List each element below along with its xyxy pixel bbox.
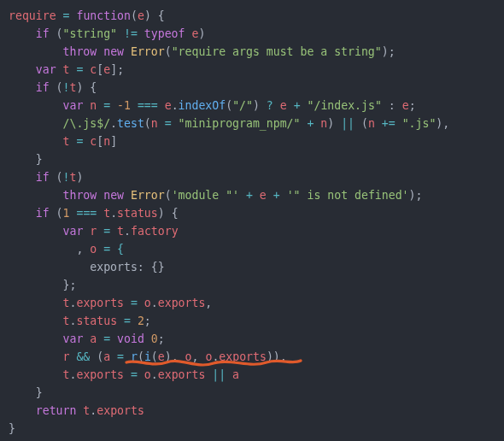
op-assign: = xyxy=(63,9,70,22)
kw-return: return xyxy=(36,404,77,417)
method-test: test xyxy=(117,117,144,130)
code-line: if (!t) xyxy=(36,171,84,184)
kw-var: var xyxy=(36,63,56,76)
code-line: var n = -1 === e.indexOf("/") ? e + "/in… xyxy=(63,99,416,112)
string-literal: "require args must be a string" xyxy=(172,45,382,58)
code-line: return t.exports xyxy=(36,404,144,417)
kw-new: new xyxy=(103,45,124,58)
code-line: } xyxy=(9,422,15,435)
code-line: exports: {} xyxy=(90,261,164,273)
code-line: t.exports = o.exports || a xyxy=(63,368,240,381)
code-line: var t = c[e]; xyxy=(36,63,124,76)
code-line: } xyxy=(36,153,43,166)
code-line: /\.js$/.test(n = "miniprogram_npm/" + n)… xyxy=(63,117,450,130)
method-indexof: indexOf xyxy=(179,99,226,112)
code-line: t.status = 2; xyxy=(63,315,151,327)
code-line: }; xyxy=(63,279,77,291)
code-line: if (!t) { xyxy=(36,81,97,94)
code-block: require = function(e) { if ("string" != … xyxy=(0,0,504,441)
kw-void: void xyxy=(117,332,144,345)
code-line: } xyxy=(36,386,43,399)
kw-function: function xyxy=(76,9,131,22)
code-line: var r = t.factory xyxy=(63,225,179,238)
code-line: var a = void 0; xyxy=(63,332,165,345)
code-line: require = function(e) { xyxy=(9,9,165,22)
regex-literal: /\.js$/ xyxy=(63,117,111,130)
class-error: Error xyxy=(131,45,165,58)
number-literal: -1 xyxy=(117,99,131,112)
code-line: r && (a = r(i(e), o, o.exports)), xyxy=(63,350,287,363)
kw-typeof: typeof xyxy=(144,27,185,40)
kw-throw: throw xyxy=(63,45,97,58)
code-line: if ("string" != typeof e) xyxy=(36,27,206,40)
kw-if: if xyxy=(36,27,50,40)
code-line: t = c[n] xyxy=(63,135,118,148)
code-line: , o = { xyxy=(76,243,124,256)
code-line: if (1 === t.status) { xyxy=(36,207,179,220)
identifier-require: require xyxy=(9,9,56,22)
code-line: throw new Error('module "' + e + '" is n… xyxy=(63,189,423,202)
code-line: throw new Error("require args must be a … xyxy=(63,45,396,58)
object-key-exports: exports xyxy=(90,261,138,273)
code-line: t.exports = o.exports, xyxy=(63,297,213,309)
string-literal: "string" xyxy=(63,27,118,40)
